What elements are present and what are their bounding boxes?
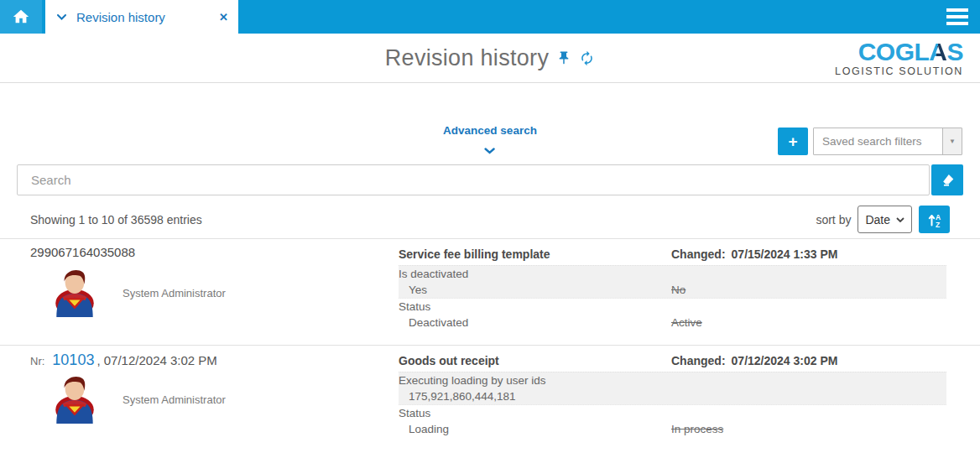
coglas-logo: COGLAS LOGISTIC SOLUTION bbox=[835, 39, 963, 77]
change-old-value: Active bbox=[671, 315, 946, 331]
toolbar-row: Advanced search + Saved search filters ▼ bbox=[0, 124, 980, 158]
logo-wordmark: COGLAS bbox=[835, 39, 963, 65]
entry-date: , 07/12/2024 3:02 PM bbox=[96, 353, 216, 367]
change-group: Executing loading by user ids 175,921,86… bbox=[399, 372, 946, 405]
eraser-icon bbox=[940, 172, 956, 188]
tab-label: Revision history bbox=[76, 10, 165, 24]
refresh-icon[interactable] bbox=[579, 50, 595, 66]
entry-user-name: System Administrator bbox=[122, 393, 226, 406]
change-field: Status bbox=[399, 405, 946, 421]
revision-entry[interactable]: 299067164035088 System Administrator bbox=[0, 239, 980, 345]
pin-icon[interactable] bbox=[556, 50, 571, 65]
change-group: Is deactivated Yes No bbox=[399, 265, 946, 299]
chevron-down-icon bbox=[896, 217, 904, 222]
entry-left-column: Nr: 10103 , 07/12/2024 3:02 PM System Ad… bbox=[30, 351, 399, 437]
entry-nr-label: Nr: bbox=[30, 355, 44, 367]
entry-changed: Changed:07/15/2024 1:33 PM bbox=[671, 247, 946, 261]
tab-revision-history[interactable]: Revision history ✕ bbox=[45, 0, 238, 34]
sort-select[interactable]: Date bbox=[858, 206, 912, 233]
entry-title: Service fee billing template bbox=[399, 247, 671, 261]
change-field: Is deactivated bbox=[399, 266, 946, 282]
entry-main-column: Service fee billing template Changed:07/… bbox=[399, 245, 946, 331]
titlebar: Revision history COGLAS LOGISTIC SOLUTIO… bbox=[0, 34, 980, 83]
sort-direction-button[interactable]: A Z bbox=[919, 206, 950, 233]
change-new-value: Yes bbox=[399, 282, 671, 298]
change-old-value bbox=[671, 388, 946, 404]
sort-group: sort by Date A Z bbox=[816, 206, 950, 233]
hamburger-icon bbox=[946, 8, 968, 12]
home-icon bbox=[12, 8, 30, 26]
change-group: Status Loading In process bbox=[399, 405, 946, 437]
advanced-search-link[interactable]: Advanced search bbox=[443, 124, 537, 158]
search-input[interactable] bbox=[17, 164, 930, 195]
clear-search-button[interactable] bbox=[931, 164, 963, 195]
saved-filters-select[interactable]: Saved search filters ▼ bbox=[813, 128, 962, 155]
entry-id: 299067164035088 bbox=[30, 245, 135, 259]
sort-alpha-asc-icon: A Z bbox=[926, 211, 943, 228]
saved-filters-placeholder: Saved search filters bbox=[814, 135, 942, 148]
close-icon[interactable]: ✕ bbox=[219, 11, 228, 23]
sort-by-label: sort by bbox=[816, 213, 851, 226]
entry-number-link[interactable]: 10103 bbox=[52, 351, 94, 369]
entry-changed: Changed:07/12/2024 3:02 PM bbox=[671, 354, 946, 367]
page-title: Revision history bbox=[385, 45, 549, 71]
home-button[interactable] bbox=[0, 0, 42, 34]
user-avatar bbox=[50, 267, 99, 319]
entry-title: Goods out receipt bbox=[399, 354, 671, 367]
caret-down-icon[interactable]: ▼ bbox=[942, 128, 962, 154]
chevron-down-icon[interactable] bbox=[57, 14, 66, 20]
change-new-value: Loading bbox=[399, 421, 671, 437]
logo-subtitle: LOGISTIC SOLUTION bbox=[835, 65, 963, 77]
add-filter-button[interactable]: + bbox=[778, 128, 808, 155]
menu-button[interactable] bbox=[946, 5, 968, 29]
entry-user-name: System Administrator bbox=[122, 287, 226, 299]
change-group: Status Deactivated Active bbox=[399, 299, 946, 331]
advanced-search-label: Advanced search bbox=[443, 124, 537, 137]
change-new-value: 175,921,860,444,181 bbox=[399, 388, 671, 404]
saved-filters-group: + Saved search filters ▼ bbox=[778, 128, 962, 155]
revision-entry[interactable]: Nr: 10103 , 07/12/2024 3:02 PM System Ad… bbox=[0, 345, 980, 451]
change-field: Executing loading by user ids bbox=[399, 372, 946, 388]
change-old-value: No bbox=[671, 282, 946, 298]
change-field: Status bbox=[399, 299, 946, 315]
topbar: Revision history ✕ bbox=[0, 0, 980, 34]
entry-main-column: Goods out receipt Changed:07/12/2024 3:0… bbox=[399, 351, 946, 437]
user-avatar bbox=[50, 373, 99, 425]
svg-text:Z: Z bbox=[936, 220, 940, 228]
change-new-value: Deactivated bbox=[399, 315, 671, 331]
info-row: Showing 1 to 10 of 36598 entries sort by… bbox=[30, 206, 950, 233]
change-old-value: In process bbox=[671, 421, 946, 437]
search-row bbox=[17, 164, 963, 195]
entries-summary: Showing 1 to 10 of 36598 entries bbox=[30, 213, 202, 226]
chevron-down-icon bbox=[485, 143, 496, 158]
sort-selected-value: Date bbox=[865, 213, 890, 226]
entry-left-column: 299067164035088 System Administrator bbox=[30, 245, 399, 331]
revision-entries-list: 299067164035088 System Administrator bbox=[0, 238, 980, 451]
